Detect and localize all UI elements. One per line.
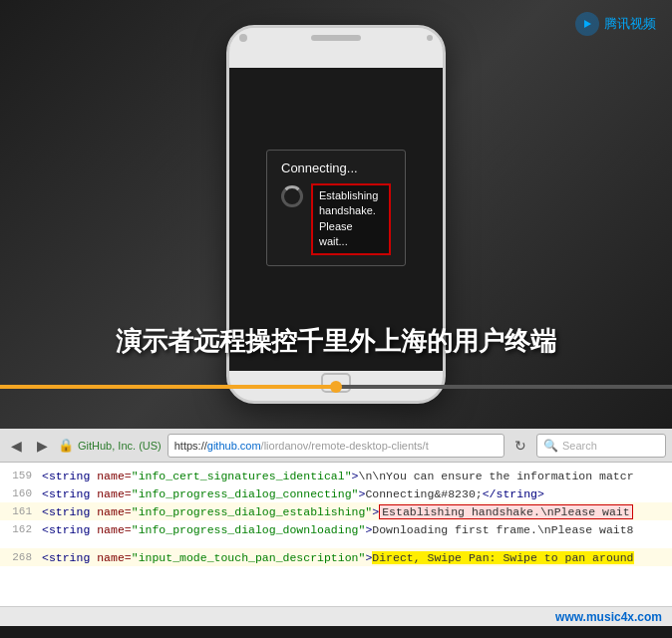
handshake-box: Establishing handshake.Please wait... (311, 183, 391, 255)
svg-marker-0 (584, 20, 591, 28)
tencent-watermark: 腾讯视频 (575, 12, 656, 36)
phone-top-bar (229, 28, 443, 48)
security-info: 🔒 GitHub, Inc. (US) (58, 438, 162, 453)
video-subtitle: 演示者远程操控千里外上海的用户终端 (0, 324, 672, 359)
phone-camera (427, 35, 433, 41)
back-button[interactable]: ◀ (6, 436, 26, 456)
watermark-text: www.music4x.com (555, 610, 662, 624)
video-progress-dot[interactable] (330, 381, 342, 393)
browser-toolbar: ◀ ▶ 🔒 GitHub, Inc. (US) https:// github.… (0, 429, 672, 463)
highlighted-code-161: Establishing handshake.\nPlease wait (379, 504, 632, 519)
browser-window: ◀ ▶ 🔒 GitHub, Inc. (US) https:// github.… (0, 429, 672, 626)
search-placeholder: Search (562, 440, 597, 452)
security-label: GitHub, Inc. (US) (78, 440, 162, 452)
code-line-162: 162 <string name="info_progress_dialog_d… (0, 520, 672, 538)
code-line-160: 160 <string name="info_progress_dialog_c… (0, 484, 672, 502)
handshake-text: Establishing handshake.Please wait... (319, 188, 383, 250)
connecting-dialog: Connecting... Establishing handshake.Ple… (266, 150, 406, 266)
video-progress-fill (0, 385, 336, 389)
highlighted-code-268: Direct, Swipe Pan: Swipe to pan around (372, 551, 633, 564)
video-progress-bar[interactable] (0, 385, 672, 389)
refresh-button[interactable]: ↻ (510, 436, 530, 456)
phone-speaker (311, 35, 361, 41)
code-line-161: 161 <string name="info_progress_dialog_e… (0, 502, 672, 520)
search-icon: 🔍 (543, 439, 558, 453)
connecting-title: Connecting... (281, 160, 391, 175)
forward-button[interactable]: ▶ (32, 436, 52, 456)
url-https: https:// (174, 440, 207, 452)
url-bar[interactable]: https:// github.com /liordanov/remote-de… (168, 434, 504, 458)
phone-side-button (444, 108, 446, 138)
code-line-159: 159 <string name="info_cert_signatures_i… (0, 467, 672, 484)
code-gap (0, 538, 672, 548)
lock-icon: 🔒 (58, 438, 74, 453)
tencent-play-icon (575, 12, 599, 36)
video-background: 腾讯视频 SAMSUNG Connecting... Establishing … (0, 0, 672, 429)
loading-spinner (281, 185, 303, 207)
code-view: 159 <string name="info_cert_signatures_i… (0, 463, 672, 606)
browser-search-bar[interactable]: 🔍 Search (536, 434, 666, 458)
video-player: 腾讯视频 SAMSUNG Connecting... Establishing … (0, 0, 672, 429)
url-path: /liordanov/remote-desktop-clients/t (261, 440, 429, 452)
connecting-body: Establishing handshake.Please wait... (281, 183, 391, 255)
url-domain: github.com (207, 440, 261, 452)
footer-watermark: www.music4x.com (0, 606, 672, 626)
code-line-268: 268 <string name="input_mode_touch_pan_d… (0, 548, 672, 566)
tencent-brand-label: 腾讯视频 (604, 15, 656, 33)
phone-dot (239, 34, 247, 42)
